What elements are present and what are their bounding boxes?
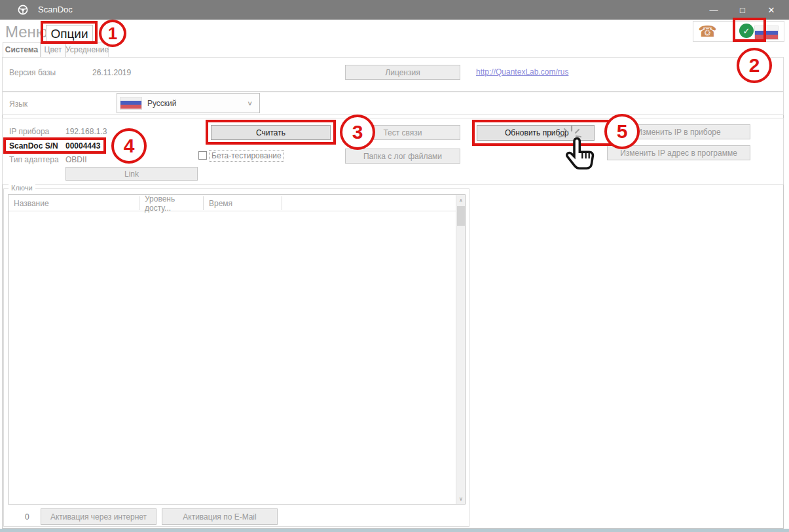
keys-table: Название Уровень досту... Время ∧ ∨ xyxy=(8,194,466,505)
annotation-rect-status-check xyxy=(733,18,766,42)
scroll-up-icon[interactable]: ∧ xyxy=(456,195,466,205)
activate-email-button[interactable]: Активация по E-Mail xyxy=(162,508,278,525)
annotation-step-2: 2 xyxy=(737,48,772,83)
tab-color[interactable]: Цвет xyxy=(41,42,65,57)
adapter-type-label: Тип адаптера xyxy=(9,155,59,164)
tab-averaging[interactable]: Усреднение xyxy=(65,42,109,57)
steering-wheel-icon xyxy=(18,5,28,15)
beta-testing-checkbox[interactable] xyxy=(198,151,207,160)
column-header-name[interactable]: Название xyxy=(9,196,139,210)
column-header-access-level[interactable]: Уровень досту... xyxy=(139,196,204,210)
keys-table-header: Название Уровень досту... Время xyxy=(9,195,456,211)
scroll-down-icon[interactable]: ∨ xyxy=(456,493,466,504)
annotation-rect-serial-number xyxy=(3,137,106,154)
phone-icon[interactable]: ☎ xyxy=(698,22,717,41)
keys-count: 0 xyxy=(25,512,29,522)
device-ip-label: IP прибора xyxy=(9,127,49,136)
window-bottom-edge xyxy=(0,529,789,532)
language-selected-value: Русский xyxy=(147,99,177,108)
language-select[interactable]: Русский ∨ xyxy=(117,93,260,113)
window-title: ScanDoc xyxy=(38,5,73,14)
tab-system[interactable]: Система xyxy=(3,42,41,57)
link-button[interactable]: Link xyxy=(65,167,198,181)
quantexlab-link[interactable]: http://QuantexLab.com/rus xyxy=(476,67,568,77)
device-ip-value: 192.168.1.3 xyxy=(65,127,107,136)
chevron-down-icon: ∨ xyxy=(247,99,253,107)
title-bar: ScanDoc — □ ✕ xyxy=(0,0,789,20)
db-version-value: 26.11.2019 xyxy=(92,68,131,77)
license-button[interactable]: Лицензия xyxy=(345,65,460,80)
keys-legend: Ключи xyxy=(9,184,35,192)
db-version-label: Версия базы xyxy=(9,68,56,77)
activate-internet-button[interactable]: Активация через интернет xyxy=(41,508,156,525)
adapter-type-value: OBDII xyxy=(65,155,87,164)
annotation-step-3: 3 xyxy=(340,115,375,150)
close-button[interactable]: ✕ xyxy=(760,0,782,20)
column-header-time[interactable]: Время xyxy=(204,196,282,210)
russia-flag-icon xyxy=(120,97,142,110)
minimize-button[interactable]: — xyxy=(703,0,725,20)
annotation-step-5: 5 xyxy=(604,114,640,149)
annotation-rect-read-button xyxy=(206,120,336,145)
scrollbar-thumb[interactable] xyxy=(457,206,465,226)
annotation-step-4: 4 xyxy=(111,128,147,164)
log-folder-button[interactable]: Папка с лог файлами xyxy=(345,149,460,164)
beta-testing-label: Бета-тестирование xyxy=(209,150,284,162)
scandoc-window: ScanDoc — □ ✕ Меню Опции ☎ ✓ Система Цве… xyxy=(0,0,789,532)
hand-cursor-icon xyxy=(564,136,597,173)
annotation-rect-options xyxy=(41,21,98,44)
annotation-step-1: 1 xyxy=(99,20,126,47)
language-label: Язык xyxy=(9,99,28,109)
maximize-button[interactable]: □ xyxy=(731,0,754,20)
vertical-scrollbar[interactable]: ∧ ∨ xyxy=(456,195,465,504)
